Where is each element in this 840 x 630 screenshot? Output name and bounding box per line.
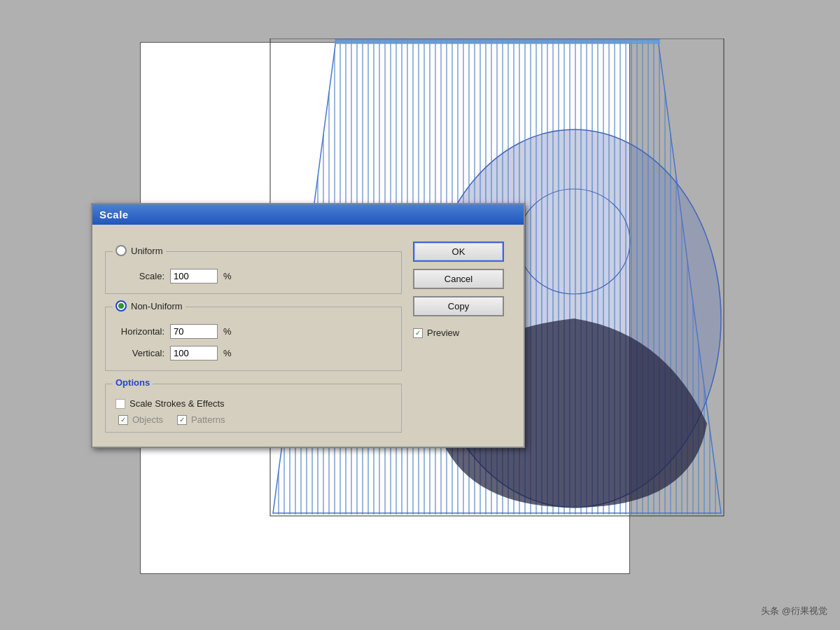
nonuniform-radio[interactable]: [115, 300, 127, 312]
scale-strokes-text: Scale Strokes & Effects: [130, 398, 225, 409]
vertical-field-label: Vertical:: [115, 348, 164, 358]
preview-text: Preview: [427, 328, 459, 338]
uniform-radio-row: Uniform: [113, 245, 166, 256]
vertical-input[interactable]: [170, 346, 218, 360]
nonuniform-radio-row: Non-Uniform: [113, 300, 186, 312]
dialog-right-panel: OK Cancel Copy ✓ Preview: [413, 239, 511, 433]
scale-strokes-row: Scale Strokes & Effects: [115, 398, 391, 409]
vertical-row: Vertical: %: [115, 346, 391, 360]
patterns-label[interactable]: ✓ Patterns: [177, 414, 225, 425]
cancel-button[interactable]: Cancel: [413, 269, 504, 289]
horizontal-unit: %: [223, 326, 232, 337]
objects-checkbox[interactable]: ✓: [118, 415, 128, 425]
options-legend: Options: [113, 377, 153, 388]
dialog-left-panel: Uniform Scale: % Non-Uniform Horizonta: [105, 239, 402, 433]
patterns-checkbox[interactable]: ✓: [177, 415, 187, 425]
horizontal-row: Horizontal: %: [115, 324, 391, 339]
scale-strokes-checkbox[interactable]: [115, 399, 125, 409]
preview-checkbox[interactable]: ✓: [413, 328, 423, 338]
options-section: Options Scale Strokes & Effects ✓ Object…: [105, 384, 402, 433]
watermark: 头条 @衍果视觉: [761, 605, 827, 617]
scale-strokes-label[interactable]: Scale Strokes & Effects: [115, 398, 225, 409]
nonuniform-label: Non-Uniform: [131, 301, 183, 312]
horizontal-field-label: Horizontal:: [115, 326, 164, 337]
scale-field-label: Scale:: [115, 271, 164, 281]
radio-dot: [118, 303, 124, 309]
patterns-text: Patterns: [191, 414, 225, 425]
dialog-titlebar: Scale: [92, 204, 524, 225]
uniform-radio[interactable]: [115, 245, 127, 256]
uniform-label: Uniform: [131, 246, 163, 256]
objects-text: Objects: [132, 414, 163, 425]
vertical-unit: %: [223, 348, 232, 358]
preview-row: ✓ Preview: [413, 328, 511, 338]
objects-patterns-row: ✓ Objects ✓ Patterns: [118, 414, 391, 425]
nonuniform-section: Non-Uniform Horizontal: % Vertical: %: [105, 307, 402, 371]
objects-label[interactable]: ✓ Objects: [118, 414, 163, 425]
scale-dialog: Scale Uniform Scale: %: [91, 203, 525, 448]
horizontal-input[interactable]: [170, 324, 218, 339]
scale-unit: %: [223, 271, 232, 281]
dialog-body: Uniform Scale: % Non-Uniform Horizonta: [92, 225, 524, 447]
scale-input[interactable]: [170, 269, 218, 284]
dialog-title: Scale: [99, 209, 129, 220]
svg-rect-84: [335, 38, 660, 44]
uniform-scale-row: Scale: %: [115, 269, 391, 284]
uniform-section: Uniform Scale: %: [105, 251, 402, 294]
preview-label[interactable]: ✓ Preview: [413, 328, 459, 338]
ok-button[interactable]: OK: [413, 241, 504, 262]
copy-button[interactable]: Copy: [413, 296, 504, 316]
